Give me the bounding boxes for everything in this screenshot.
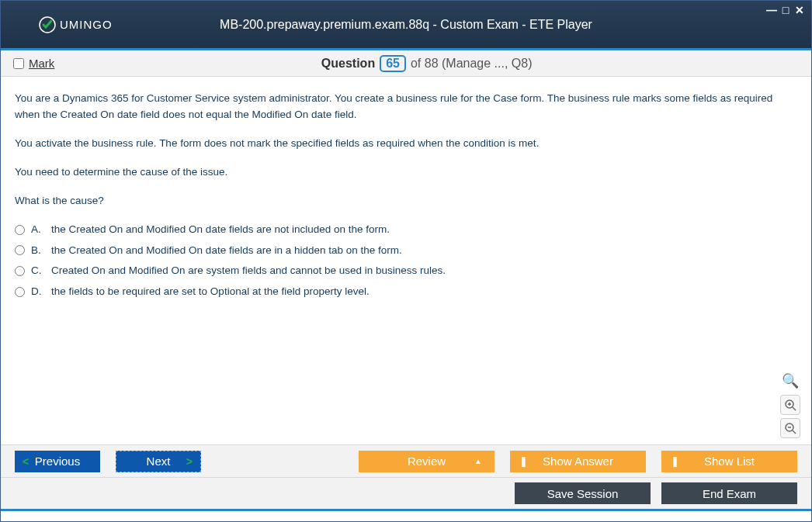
option-c[interactable]: C. Created On and Modified On are system… <box>15 263 797 279</box>
option-d-radio[interactable] <box>15 287 25 297</box>
chevron-right-icon: > <box>186 455 193 468</box>
tag-icon: ❚ <box>519 455 528 467</box>
review-label: Review <box>408 455 446 468</box>
option-a-letter: A. <box>31 222 45 238</box>
question-bar: Mark Question 65 of 88 (Manage ..., Q8) <box>1 50 811 77</box>
option-d[interactable]: D. the fields to be required are set to … <box>15 284 797 300</box>
triangle-up-icon: ▲ <box>474 457 482 465</box>
close-icon[interactable]: ✕ <box>794 4 805 16</box>
question-label: Question <box>321 57 375 71</box>
option-b-letter: B. <box>31 243 45 259</box>
option-a[interactable]: A. the Created On and Modified On date f… <box>15 222 797 238</box>
option-c-text: Created On and Modified On are system fi… <box>51 263 446 279</box>
question-para-4: What is the cause? <box>15 193 797 209</box>
mark-checkbox[interactable] <box>13 58 24 69</box>
maximize-icon[interactable]: □ <box>780 4 791 16</box>
options: A. the Created On and Modified On date f… <box>15 222 797 301</box>
show-list-button[interactable]: ❚ Show List <box>661 451 797 472</box>
option-d-letter: D. <box>31 284 45 300</box>
previous-label: Previous <box>35 455 80 468</box>
svg-line-6 <box>793 430 796 434</box>
option-a-text: the Created On and Modified On date fiel… <box>51 222 390 238</box>
option-d-text: the fields to be required are set to Opt… <box>51 284 370 300</box>
window-title: MB-200.prepaway.premium.exam.88q - Custo… <box>220 18 592 32</box>
next-button[interactable]: Next > <box>116 451 201 472</box>
option-b-radio[interactable] <box>15 245 25 255</box>
review-button[interactable]: Review ▲ <box>359 451 494 472</box>
logo-text: UMINGO <box>60 18 113 31</box>
search-icon[interactable]: 🔍 <box>780 372 800 392</box>
chevron-left-icon: < <box>23 455 29 468</box>
option-b[interactable]: B. the Created On and Modified On date f… <box>15 243 797 259</box>
question-rest: of 88 (Manage ..., Q8) <box>411 57 533 71</box>
zoom-out-icon[interactable] <box>780 418 800 438</box>
footer-primary: < Previous Next > Review ▲ ❚ Show Answer… <box>1 444 811 477</box>
zoom-in-icon[interactable] <box>780 395 800 415</box>
option-b-text: the Created On and Modified On date fiel… <box>51 243 402 259</box>
logo-check-icon <box>38 16 57 34</box>
option-c-radio[interactable] <box>15 266 25 276</box>
question-number: 65 <box>380 55 406 72</box>
logo: UMINGO <box>38 16 113 34</box>
mark-label[interactable]: Mark <box>29 57 54 70</box>
save-session-button[interactable]: Save Session <box>515 482 651 504</box>
list-icon: ❚ <box>671 455 679 467</box>
show-answer-button[interactable]: ❚ Show Answer <box>510 451 646 472</box>
zoom-controls: 🔍 <box>780 372 800 438</box>
minimize-icon[interactable]: — <box>766 4 777 16</box>
next-label: Next <box>147 455 171 468</box>
show-answer-label: Show Answer <box>543 455 613 468</box>
question-info: Question 65 of 88 (Manage ..., Q8) <box>321 55 533 72</box>
footer-secondary: Save Session End Exam <box>1 477 811 511</box>
mark-checkbox-wrap: Mark <box>13 57 54 70</box>
question-content: You are a Dynamics 365 for Customer Serv… <box>1 77 811 444</box>
window-controls: — □ ✕ <box>766 4 805 16</box>
option-a-radio[interactable] <box>15 225 25 235</box>
show-list-label: Show List <box>704 455 755 468</box>
option-c-letter: C. <box>31 263 45 279</box>
svg-line-2 <box>793 407 796 410</box>
header: UMINGO MB-200.prepaway.premium.exam.88q … <box>1 1 811 50</box>
end-exam-button[interactable]: End Exam <box>661 482 797 504</box>
question-para-1: You are a Dynamics 365 for Customer Serv… <box>15 91 797 123</box>
question-para-2: You activate the business rule. The form… <box>15 136 797 152</box>
previous-button[interactable]: < Previous <box>15 451 100 472</box>
question-para-3: You need to determine the cause of the i… <box>15 164 797 181</box>
